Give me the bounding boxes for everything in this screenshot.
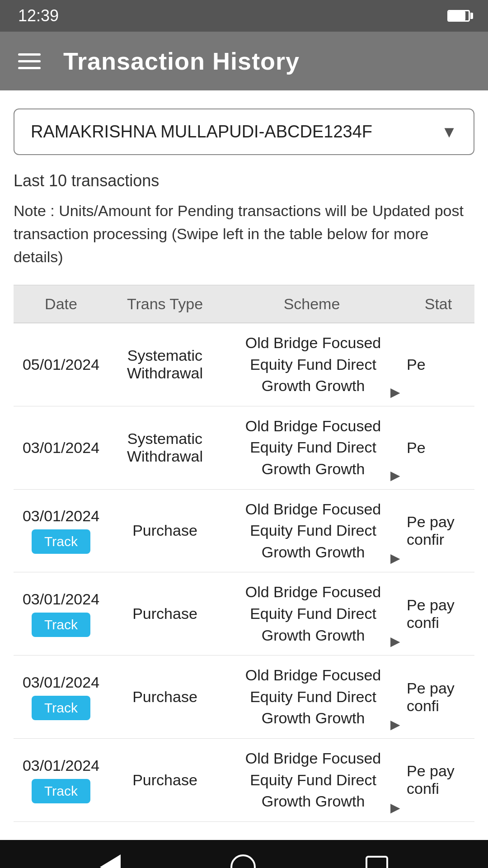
status-bar: 12:39 bbox=[0, 0, 488, 32]
table-row: 03/01/2024 Systematic Withdrawal Old Bri… bbox=[14, 406, 474, 490]
col-header-scheme: Scheme bbox=[221, 285, 402, 323]
table-row: 05/01/2024 Systematic Withdrawal Old Bri… bbox=[14, 323, 474, 406]
table-row: 03/01/2024 Track Purchase Old Bridge Foc… bbox=[14, 739, 474, 822]
app-header: Transaction History bbox=[0, 32, 488, 90]
recent-apps-button[interactable] bbox=[366, 856, 388, 868]
account-dropdown[interactable]: RAMAKRISHNA MULLAPUDI-ABCDE1234F ▼ bbox=[14, 108, 474, 155]
scheme-cell: Old Bridge Focused Equity Fund Direct Gr… bbox=[221, 739, 402, 821]
home-icon bbox=[230, 854, 256, 868]
col-header-status: Stat bbox=[402, 285, 474, 323]
trans-type-cell: Purchase bbox=[108, 679, 221, 715]
date-cell: 03/01/2024 Track bbox=[14, 748, 108, 812]
trans-type-cell: Purchase bbox=[108, 513, 221, 548]
date-cell: 03/01/2024 Track bbox=[14, 581, 108, 646]
trans-type-cell: Purchase bbox=[108, 762, 221, 798]
status-cell: Pe pay confi bbox=[402, 670, 474, 724]
table-row: 03/01/2024 Track Purchase Old Bridge Foc… bbox=[14, 656, 474, 739]
col-header-date: Date bbox=[14, 285, 108, 323]
status-cell: Pe pay confi bbox=[402, 587, 474, 641]
scheme-value: Old Bridge Focused Equity Fund Direct Gr… bbox=[245, 417, 381, 477]
last-transactions-label: Last 10 transactions bbox=[14, 171, 474, 190]
chevron-right-icon: ▶ bbox=[390, 717, 400, 732]
recent-icon bbox=[366, 856, 388, 868]
trans-type-cell: Systematic Withdrawal bbox=[108, 338, 221, 391]
date-value: 03/01/2024 bbox=[23, 507, 99, 525]
transactions-table: Date Trans Type Scheme Stat 05/01/2024 S… bbox=[14, 285, 474, 822]
status-cell: Pe bbox=[402, 347, 474, 382]
date-cell: 03/01/2024 Track bbox=[14, 665, 108, 729]
chevron-right-icon: ▶ bbox=[390, 385, 400, 400]
home-button[interactable] bbox=[230, 854, 256, 868]
battery-icon bbox=[447, 10, 470, 22]
col-header-transtype: Trans Type bbox=[108, 285, 221, 323]
page-title: Transaction History bbox=[63, 47, 300, 75]
status-cell: Pe bbox=[402, 430, 474, 466]
chevron-right-icon: ▶ bbox=[390, 468, 400, 483]
note-text: Note : Units/Amount for Pending transact… bbox=[14, 199, 474, 269]
scheme-cell: Old Bridge Focused Equity Fund Direct Gr… bbox=[221, 656, 402, 738]
track-button[interactable]: Track bbox=[32, 696, 90, 720]
date-cell: 05/01/2024 bbox=[14, 347, 108, 382]
scheme-value: Old Bridge Focused Equity Fund Direct Gr… bbox=[245, 500, 381, 561]
track-button[interactable]: Track bbox=[32, 613, 90, 637]
status-cell: Pe pay confir bbox=[402, 504, 474, 557]
date-value: 05/01/2024 bbox=[23, 356, 99, 373]
date-cell: 03/01/2024 bbox=[14, 430, 108, 466]
scheme-cell: Old Bridge Focused Equity Fund Direct Gr… bbox=[221, 406, 402, 489]
back-icon bbox=[100, 854, 121, 868]
scheme-cell: Old Bridge Focused Equity Fund Direct Gr… bbox=[221, 572, 402, 655]
dropdown-arrow-icon: ▼ bbox=[441, 123, 457, 142]
table-header-row: Date Trans Type Scheme Stat bbox=[14, 285, 474, 323]
scheme-value: Old Bridge Focused Equity Fund Direct Gr… bbox=[245, 334, 381, 394]
table-row: 03/01/2024 Track Purchase Old Bridge Foc… bbox=[14, 490, 474, 573]
account-dropdown-value: RAMAKRISHNA MULLAPUDI-ABCDE1234F bbox=[31, 122, 372, 142]
scheme-value: Old Bridge Focused Equity Fund Direct Gr… bbox=[245, 583, 381, 643]
hamburger-menu-button[interactable] bbox=[18, 53, 41, 69]
date-value: 03/01/2024 bbox=[23, 674, 99, 691]
trans-type-cell: Purchase bbox=[108, 596, 221, 632]
scheme-value: Old Bridge Focused Equity Fund Direct Gr… bbox=[245, 750, 381, 810]
track-button[interactable]: Track bbox=[32, 779, 90, 803]
time-label: 12:39 bbox=[18, 6, 59, 25]
date-cell: 03/01/2024 Track bbox=[14, 498, 108, 563]
main-content: RAMAKRISHNA MULLAPUDI-ABCDE1234F ▼ Last … bbox=[0, 90, 488, 840]
date-value: 03/01/2024 bbox=[23, 590, 99, 608]
table-row: 03/01/2024 Track Purchase Old Bridge Foc… bbox=[14, 572, 474, 656]
chevron-right-icon: ▶ bbox=[390, 551, 400, 566]
chevron-right-icon: ▶ bbox=[390, 634, 400, 649]
date-value: 03/01/2024 bbox=[23, 757, 99, 774]
chevron-right-icon: ▶ bbox=[390, 800, 400, 815]
scheme-cell: Old Bridge Focused Equity Fund Direct Gr… bbox=[221, 490, 402, 572]
scheme-value: Old Bridge Focused Equity Fund Direct Gr… bbox=[245, 666, 381, 726]
track-button[interactable]: Track bbox=[32, 529, 90, 554]
date-value: 03/01/2024 bbox=[23, 439, 99, 457]
scheme-cell: Old Bridge Focused Equity Fund Direct Gr… bbox=[221, 323, 402, 406]
status-cell: Pe pay confi bbox=[402, 753, 474, 807]
trans-type-cell: Systematic Withdrawal bbox=[108, 421, 221, 474]
back-button[interactable] bbox=[100, 854, 121, 868]
bottom-navigation bbox=[0, 840, 488, 868]
